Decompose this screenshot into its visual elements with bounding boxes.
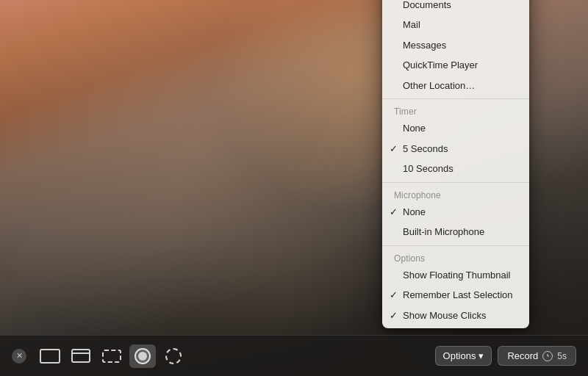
record-timer-label: 5s — [557, 351, 567, 361]
menu-item-timer-5s[interactable]: ✓ 5 Seconds — [382, 139, 529, 159]
menu-section-options: Options — [382, 249, 529, 265]
options-label: Options — [443, 350, 476, 361]
divider-2 — [382, 182, 529, 183]
record-screen-full-button[interactable] — [129, 344, 156, 368]
close-icon: ✕ — [16, 351, 23, 361]
menu-section-microphone: Microphone — [382, 186, 529, 202]
close-button[interactable]: ✕ — [12, 349, 26, 364]
divider-3 — [382, 245, 529, 246]
menu-item-floating-thumbnail[interactable]: Show Floating Thumbnail — [382, 265, 529, 286]
menu-item-timer-none[interactable]: None — [382, 118, 529, 139]
menu-item-messages[interactable]: Messages — [382, 35, 529, 56]
capture-rect-button[interactable] — [98, 344, 125, 368]
capture-fullscreen-button[interactable] — [37, 344, 63, 368]
menu-item-remember-selection[interactable]: ✓ Remember Last Selection — [382, 285, 529, 306]
context-menu: Save to ✓ Desktop Documents Mail Message… — [382, 0, 529, 328]
window-icon — [71, 349, 90, 363]
record-label: Record — [507, 350, 538, 361]
menu-item-other-location[interactable]: Other Location… — [382, 76, 529, 96]
rect-select-icon — [102, 350, 121, 363]
fullscreen-icon — [40, 349, 60, 364]
menu-section-timer: Timer — [382, 102, 529, 118]
menu-item-builtin-mic[interactable]: Built-in Microphone — [382, 222, 529, 242]
menu-item-documents[interactable]: Documents — [382, 0, 529, 15]
timer-icon — [542, 351, 553, 361]
menu-item-show-mouse-clicks[interactable]: ✓ Show Mouse Clicks — [382, 306, 529, 326]
options-button[interactable]: Options ▾ — [435, 346, 492, 366]
checkmark-remember: ✓ — [390, 288, 398, 303]
menu-item-quicktime[interactable]: QuickTime Player — [382, 55, 529, 76]
record-screen-partial-button[interactable] — [160, 344, 187, 368]
checkmark-mic-none: ✓ — [390, 205, 398, 220]
menu-item-mic-none[interactable]: ✓ None — [382, 202, 529, 223]
toolbar-left: ✕ — [12, 344, 432, 368]
divider-1 — [382, 98, 529, 99]
toolbar: ✕ Options ▾ Record — [0, 335, 588, 376]
options-chevron-icon: ▾ — [478, 350, 484, 361]
checkmark-5s: ✓ — [390, 142, 398, 156]
record-full-icon — [135, 348, 151, 364]
menu-item-timer-10s[interactable]: 10 Seconds — [382, 159, 529, 179]
record-partial-icon — [165, 348, 182, 364]
capture-window-button[interactable] — [68, 344, 94, 368]
menu-item-mail[interactable]: Mail — [382, 15, 529, 35]
toolbar-right: Options ▾ Record 5s — [435, 346, 576, 366]
checkmark-mouse: ✓ — [390, 308, 398, 323]
record-button[interactable]: Record 5s — [498, 346, 576, 366]
